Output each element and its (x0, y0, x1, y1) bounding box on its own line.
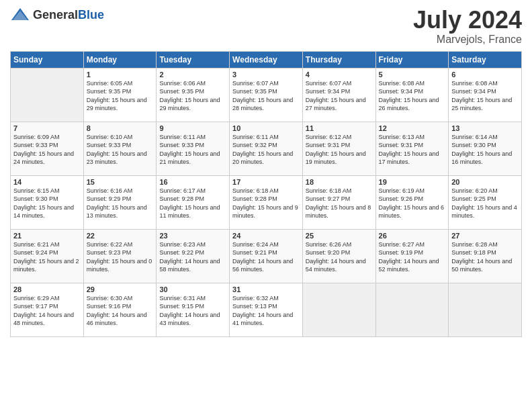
day-number: 11 (306, 124, 373, 132)
day-number: 28 (13, 285, 81, 293)
day-info: Sunrise: 6:08 AMSunset: 9:34 PMDaylight:… (451, 79, 519, 113)
day-number: 17 (232, 178, 300, 186)
day-info: Sunrise: 6:20 AMSunset: 9:25 PMDaylight:… (451, 187, 519, 220)
day-number: 1 (87, 71, 154, 79)
day-number: 18 (306, 178, 373, 186)
calendar-cell (375, 283, 449, 336)
calendar-cell: 6Sunrise: 6:08 AMSunset: 9:34 PMDaylight… (449, 68, 522, 122)
day-number: 12 (379, 124, 446, 132)
column-header-tuesday: Tuesday (157, 51, 230, 68)
calendar-cell: 9Sunrise: 6:11 AMSunset: 9:33 PMDaylight… (157, 122, 230, 175)
day-info: Sunrise: 6:05 AMSunset: 9:35 PMDaylight:… (87, 79, 154, 113)
calendar-cell: 5Sunrise: 6:08 AMSunset: 9:34 PMDaylight… (375, 68, 449, 122)
calendar-cell: 25Sunrise: 6:26 AMSunset: 9:20 PMDayligh… (302, 229, 375, 283)
calendar-header-row: SundayMondayTuesdayWednesdayThursdayFrid… (11, 51, 522, 68)
day-number: 14 (13, 178, 81, 186)
calendar-cell: 15Sunrise: 6:16 AMSunset: 9:29 PMDayligh… (83, 175, 157, 229)
day-info: Sunrise: 6:11 AMSunset: 9:32 PMDaylight:… (232, 133, 300, 167)
calendar-week-4: 28Sunrise: 6:29 AMSunset: 9:17 PMDayligh… (11, 283, 522, 336)
day-info: Sunrise: 6:32 AMSunset: 9:13 PMDaylight:… (232, 294, 300, 328)
day-info: Sunrise: 6:31 AMSunset: 9:15 PMDaylight:… (159, 294, 226, 328)
day-number: 19 (379, 178, 446, 186)
calendar-cell (302, 283, 375, 336)
day-number: 29 (87, 285, 154, 293)
day-number: 20 (451, 178, 519, 186)
logo-general: General (33, 8, 78, 21)
day-number: 16 (159, 178, 226, 186)
day-number: 8 (87, 124, 154, 132)
calendar-cell: 19Sunrise: 6:19 AMSunset: 9:26 PMDayligh… (375, 175, 449, 229)
calendar-cell: 11Sunrise: 6:12 AMSunset: 9:31 PMDayligh… (302, 122, 375, 175)
title-block: July 2024 Marvejols, France (413, 7, 522, 46)
calendar-week-0: 1Sunrise: 6:05 AMSunset: 9:35 PMDaylight… (11, 68, 522, 122)
day-number: 25 (306, 232, 373, 240)
calendar-cell: 30Sunrise: 6:31 AMSunset: 9:15 PMDayligh… (157, 283, 230, 336)
day-info: Sunrise: 6:14 AMSunset: 9:30 PMDaylight:… (451, 133, 519, 167)
calendar-cell: 3Sunrise: 6:07 AMSunset: 9:35 PMDaylight… (230, 68, 303, 122)
header: GeneralBlue July 2024 Marvejols, France (10, 7, 522, 46)
month-title: July 2024 (413, 7, 522, 34)
logo: GeneralBlue (10, 7, 104, 23)
logo-text: GeneralBlue (33, 8, 104, 22)
calendar-cell: 20Sunrise: 6:20 AMSunset: 9:25 PMDayligh… (449, 175, 522, 229)
day-info: Sunrise: 6:18 AMSunset: 9:27 PMDaylight:… (306, 187, 373, 220)
day-info: Sunrise: 6:08 AMSunset: 9:34 PMDaylight:… (379, 79, 446, 113)
day-number: 27 (451, 232, 519, 240)
calendar-cell: 29Sunrise: 6:30 AMSunset: 9:16 PMDayligh… (83, 283, 157, 336)
calendar-cell (449, 283, 522, 336)
calendar-cell: 31Sunrise: 6:32 AMSunset: 9:13 PMDayligh… (230, 283, 303, 336)
day-info: Sunrise: 6:15 AMSunset: 9:30 PMDaylight:… (13, 187, 81, 220)
calendar-week-3: 21Sunrise: 6:21 AMSunset: 9:24 PMDayligh… (11, 229, 522, 283)
day-number: 23 (159, 232, 226, 240)
day-info: Sunrise: 6:22 AMSunset: 9:23 PMDaylight:… (87, 240, 154, 274)
day-number: 5 (379, 71, 446, 79)
day-number: 7 (13, 124, 81, 132)
calendar-cell: 27Sunrise: 6:28 AMSunset: 9:18 PMDayligh… (449, 229, 522, 283)
day-number: 13 (451, 124, 519, 132)
day-number: 31 (232, 285, 300, 293)
calendar-cell: 24Sunrise: 6:24 AMSunset: 9:21 PMDayligh… (230, 229, 303, 283)
logo-blue: Blue (78, 8, 104, 21)
day-number: 22 (87, 232, 154, 240)
calendar-cell: 18Sunrise: 6:18 AMSunset: 9:27 PMDayligh… (302, 175, 375, 229)
calendar-cell: 26Sunrise: 6:27 AMSunset: 9:19 PMDayligh… (375, 229, 449, 283)
column-header-friday: Friday (375, 51, 449, 68)
day-info: Sunrise: 6:18 AMSunset: 9:28 PMDaylight:… (232, 187, 300, 220)
day-info: Sunrise: 6:13 AMSunset: 9:31 PMDaylight:… (379, 133, 446, 167)
day-info: Sunrise: 6:11 AMSunset: 9:33 PMDaylight:… (159, 133, 226, 167)
day-number: 6 (451, 71, 519, 79)
calendar-cell: 7Sunrise: 6:09 AMSunset: 9:33 PMDaylight… (11, 122, 84, 175)
day-number: 24 (232, 232, 300, 240)
column-header-monday: Monday (83, 51, 157, 68)
day-number: 26 (379, 232, 446, 240)
day-info: Sunrise: 6:07 AMSunset: 9:34 PMDaylight:… (306, 79, 373, 113)
day-info: Sunrise: 6:21 AMSunset: 9:24 PMDaylight:… (13, 240, 81, 274)
calendar-cell: 4Sunrise: 6:07 AMSunset: 9:34 PMDaylight… (302, 68, 375, 122)
column-header-saturday: Saturday (449, 51, 522, 68)
calendar-cell: 22Sunrise: 6:22 AMSunset: 9:23 PMDayligh… (83, 229, 157, 283)
day-info: Sunrise: 6:26 AMSunset: 9:20 PMDaylight:… (306, 240, 373, 274)
day-info: Sunrise: 6:30 AMSunset: 9:16 PMDaylight:… (87, 294, 154, 328)
day-info: Sunrise: 6:23 AMSunset: 9:22 PMDaylight:… (159, 240, 226, 274)
calendar-cell: 10Sunrise: 6:11 AMSunset: 9:32 PMDayligh… (230, 122, 303, 175)
page-container: GeneralBlue July 2024 Marvejols, France … (0, 0, 532, 344)
day-number: 3 (232, 71, 300, 79)
day-number: 21 (13, 232, 81, 240)
calendar-table: SundayMondayTuesdayWednesdayThursdayFrid… (10, 51, 522, 337)
day-info: Sunrise: 6:29 AMSunset: 9:17 PMDaylight:… (13, 294, 81, 328)
day-info: Sunrise: 6:16 AMSunset: 9:29 PMDaylight:… (87, 187, 154, 220)
column-header-wednesday: Wednesday (230, 51, 303, 68)
day-info: Sunrise: 6:27 AMSunset: 9:19 PMDaylight:… (379, 240, 446, 274)
calendar-week-2: 14Sunrise: 6:15 AMSunset: 9:30 PMDayligh… (11, 175, 522, 229)
day-info: Sunrise: 6:24 AMSunset: 9:21 PMDaylight:… (232, 240, 300, 274)
day-number: 9 (159, 124, 226, 132)
day-info: Sunrise: 6:17 AMSunset: 9:28 PMDaylight:… (159, 187, 226, 220)
calendar-cell: 13Sunrise: 6:14 AMSunset: 9:30 PMDayligh… (449, 122, 522, 175)
column-header-thursday: Thursday (302, 51, 375, 68)
calendar-cell: 21Sunrise: 6:21 AMSunset: 9:24 PMDayligh… (11, 229, 84, 283)
day-info: Sunrise: 6:19 AMSunset: 9:26 PMDaylight:… (379, 187, 446, 220)
day-number: 4 (306, 71, 373, 79)
calendar-week-1: 7Sunrise: 6:09 AMSunset: 9:33 PMDaylight… (11, 122, 522, 175)
calendar-cell: 12Sunrise: 6:13 AMSunset: 9:31 PMDayligh… (375, 122, 449, 175)
calendar-cell (11, 68, 84, 122)
